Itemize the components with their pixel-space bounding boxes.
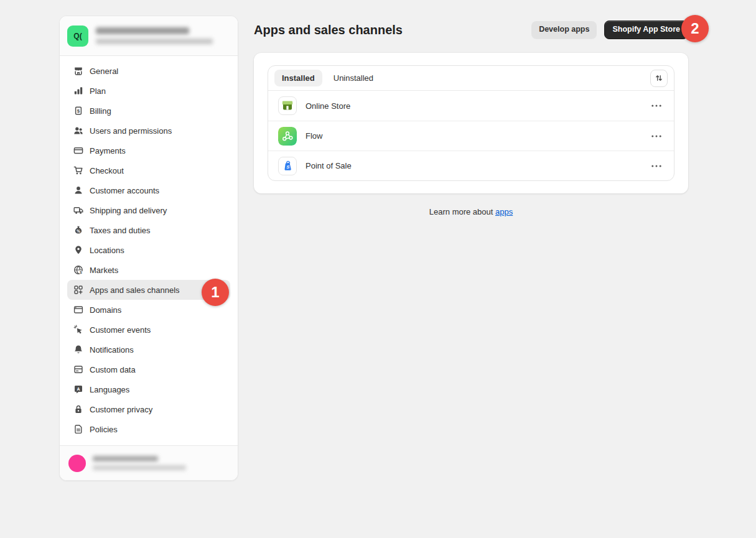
sidebar-item-markets[interactable]: Markets — [67, 260, 230, 280]
person-icon — [73, 185, 83, 195]
sidebar-item-label: Shipping and delivery — [90, 206, 167, 215]
tax-icon — [73, 225, 83, 235]
sort-button[interactable] — [650, 70, 668, 87]
sidebar-item-label: Locations — [90, 246, 124, 255]
globe-icon — [73, 265, 83, 275]
lock-icon — [73, 404, 83, 414]
sidebar-item-label: Apps and sales channels — [90, 285, 180, 295]
sidebar-item-label: Users and permissions — [90, 126, 172, 136]
sidebar-item-label: General — [90, 67, 118, 76]
store-avatar: Q( — [67, 26, 88, 47]
online-store-icon — [278, 96, 297, 115]
sidebar-item-label: Domains — [90, 305, 121, 315]
sidebar-item-notifications[interactable]: Notifications — [67, 340, 230, 359]
sidebar-item-taxes-and-duties[interactable]: Taxes and duties — [67, 220, 230, 240]
bell-icon — [73, 345, 83, 355]
sidebar-item-billing[interactable]: Billing — [67, 101, 230, 121]
ellipsis-icon — [651, 135, 661, 137]
user-name-redacted — [93, 456, 158, 461]
user-meta — [93, 456, 186, 470]
sidebar-item-customer-privacy[interactable]: Customer privacy — [67, 399, 230, 419]
app-name: Online Store — [306, 101, 350, 111]
apps-list-box: Installed Uninstalled Online Store Flow — [268, 65, 674, 181]
sidebar-item-languages[interactable]: Languages — [67, 379, 230, 399]
sidebar-item-payments[interactable]: Payments — [67, 141, 230, 160]
ellipsis-icon — [651, 165, 661, 167]
sidebar-item-label: Customer events — [90, 325, 151, 335]
sidebar-item-label: Customer accounts — [90, 186, 159, 195]
store-meta — [96, 27, 213, 44]
sidebar-item-label: Plan — [90, 86, 106, 96]
arrows-up-down-icon — [655, 73, 663, 83]
sidebar-item-customer-accounts[interactable]: Customer accounts — [67, 180, 230, 200]
user-email-redacted — [93, 465, 186, 470]
row-menu-button[interactable] — [649, 162, 664, 170]
sidebar-item-custom-data[interactable]: Custom data — [67, 359, 230, 379]
apps-tabbar: Installed Uninstalled — [268, 66, 674, 91]
store-name-redacted — [96, 27, 189, 34]
annotation-badge-2: 2 — [681, 15, 709, 42]
domain-icon — [73, 305, 83, 315]
sidebar-item-locations[interactable]: Locations — [67, 240, 230, 260]
store-header: Q( — [60, 16, 238, 56]
apps-link[interactable]: apps — [495, 207, 513, 216]
user-footer — [60, 445, 238, 480]
flow-icon — [278, 127, 297, 146]
sidebar-item-label: Policies — [90, 425, 118, 434]
receipt-icon — [73, 106, 83, 116]
sidebar-item-shipping-and-delivery[interactable]: Shipping and delivery — [67, 200, 230, 220]
sidebar-item-policies[interactable]: Policies — [67, 419, 230, 439]
pos-icon — [278, 157, 297, 175]
learn-more-label: Learn more about — [429, 207, 493, 216]
app-row-online-store[interactable]: Online Store — [268, 91, 674, 121]
ellipsis-icon — [651, 104, 661, 107]
sidebar-item-customer-events[interactable]: Customer events — [67, 320, 230, 340]
app-row-point-of-sale[interactable]: Point of Sale — [268, 151, 674, 180]
sidebar-item-label: Billing — [90, 106, 111, 116]
chart-icon — [73, 86, 83, 96]
app-name: Flow — [306, 131, 322, 141]
sidebar-item-label: Notifications — [90, 345, 134, 355]
row-menu-button[interactable] — [649, 102, 664, 109]
app-row-flow[interactable]: Flow — [268, 121, 674, 151]
shopify-app-store-button[interactable]: Shopify App Store — [604, 21, 688, 39]
tab-installed[interactable]: Installed — [274, 70, 322, 86]
policy-icon — [73, 424, 83, 434]
sidebar-item-label: Languages — [90, 385, 129, 394]
sidebar-item-label: Payments — [90, 146, 126, 155]
sidebar-item-checkout[interactable]: Checkout — [67, 160, 230, 180]
annotation-badge-1: 1 — [202, 279, 229, 306]
store-icon — [73, 66, 83, 76]
settings-sidebar: Q( General Plan Billing Users and permis… — [59, 16, 238, 481]
card-icon — [73, 146, 83, 155]
page-header: Apps and sales channels Develop apps Sho… — [254, 19, 688, 41]
sidebar-item-domains[interactable]: Domains — [67, 300, 230, 320]
users-icon — [73, 126, 83, 136]
cart-icon — [73, 165, 83, 175]
user-avatar — [68, 455, 86, 472]
sidebar-item-label: Customer privacy — [90, 405, 152, 414]
sidebar-item-plan[interactable]: Plan — [67, 81, 230, 101]
row-menu-button[interactable] — [649, 132, 664, 140]
cursor-icon — [73, 325, 83, 335]
page-title: Apps and sales channels — [254, 23, 403, 37]
store-url-redacted — [96, 39, 213, 44]
sidebar-item-users-and-permissions[interactable]: Users and permissions — [67, 121, 230, 141]
app-name: Point of Sale — [306, 161, 352, 170]
sidebar-item-label: Markets — [90, 266, 118, 275]
tab-uninstalled[interactable]: Uninstalled — [326, 70, 381, 86]
truck-icon — [73, 205, 83, 215]
language-icon — [73, 384, 83, 394]
sidebar-item-label: Custom data — [90, 365, 136, 374]
settings-nav: General Plan Billing Users and permissio… — [60, 56, 238, 444]
sidebar-item-general[interactable]: General — [67, 61, 230, 81]
apps-card: Installed Uninstalled Online Store Flow — [254, 53, 688, 193]
sidebar-item-label: Taxes and duties — [90, 226, 151, 235]
data-icon — [73, 364, 83, 374]
apps-grid-icon — [73, 285, 83, 295]
sidebar-item-label: Checkout — [90, 166, 124, 175]
learn-more-text: Learn more about apps — [254, 207, 688, 216]
header-actions: Develop apps Shopify App Store — [531, 21, 688, 39]
pin-icon — [73, 245, 83, 255]
develop-apps-button[interactable]: Develop apps — [531, 21, 597, 39]
